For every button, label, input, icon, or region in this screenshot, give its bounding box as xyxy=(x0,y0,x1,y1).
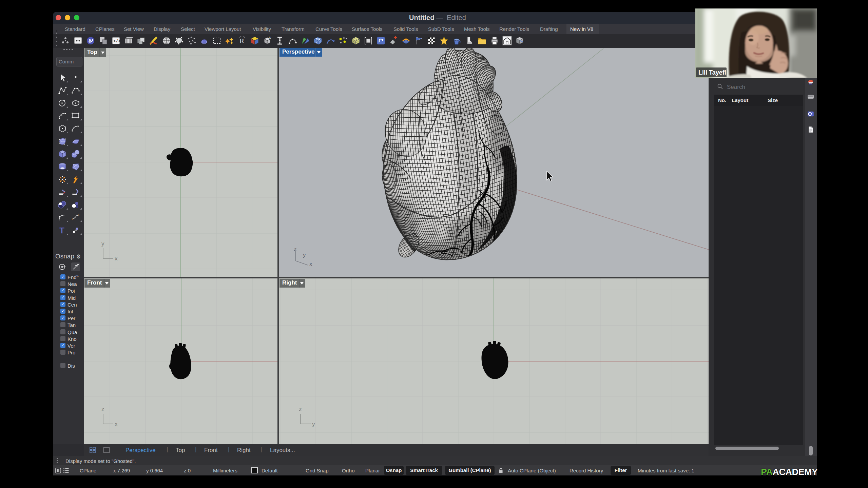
svg-text:T: T xyxy=(59,226,64,235)
svg-text:y: y xyxy=(101,241,104,247)
svg-text:x: x xyxy=(309,261,312,267)
svg-text:x: x xyxy=(115,421,118,427)
svg-text:</>: </> xyxy=(113,39,121,44)
svg-text:z: z xyxy=(294,246,297,252)
svg-text:x: x xyxy=(115,255,118,262)
svg-text:U: U xyxy=(269,36,271,39)
svg-text:z: z xyxy=(101,406,104,412)
svg-text:y: y xyxy=(312,421,315,427)
svg-text:y: y xyxy=(303,252,306,258)
svg-text:Lili Tayefi: Lili Tayefi xyxy=(698,69,726,76)
svg-text:R: R xyxy=(240,38,244,44)
svg-text:z: z xyxy=(299,406,302,412)
